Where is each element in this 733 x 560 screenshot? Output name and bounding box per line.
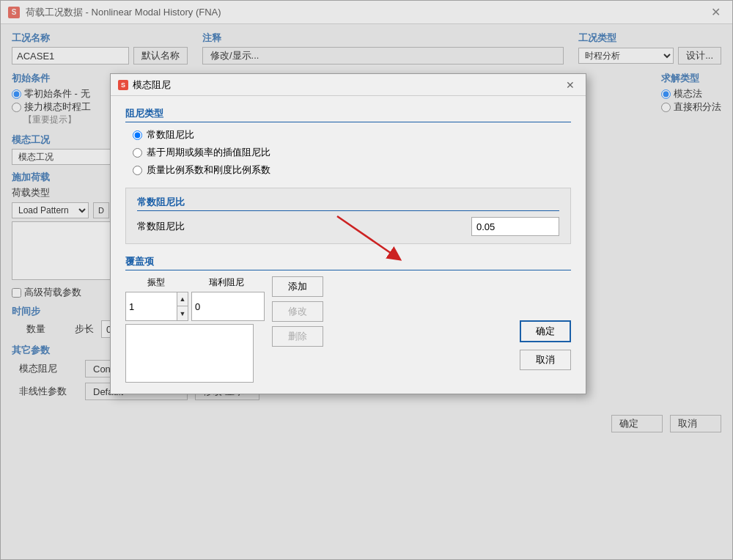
damping-type-radio-group: 常数阻尼比 基于周期或频率的插值阻尼比 质量比例系数和刚度比例系数: [125, 128, 571, 177]
modal-ok-btn[interactable]: 确定: [520, 320, 571, 342]
overlay-headers: 振型 瑞利阻尼: [125, 276, 265, 289]
modal-body: 阻尼类型 常数阻尼比 基于周期或频率的插值阻尼比 质量比例系数和刚度比例系数 常…: [111, 96, 586, 394]
overlay-list[interactable]: [125, 324, 254, 383]
const-damping-title: 常数阻尼比: [137, 196, 559, 211]
modal-app-icon: S: [118, 80, 128, 90]
radio3-label: 质量比例系数和刚度比例系数: [147, 163, 270, 177]
modal-title-left: S 模态阻尼: [118, 78, 171, 92]
radio3[interactable]: [133, 166, 142, 175]
overlay-buttons: 添加 修改 删除: [272, 276, 323, 347]
spinner-wrap: ▲ ▼: [125, 292, 188, 321]
radio1-label: 常数阻尼比: [147, 128, 194, 141]
spinner-arrows: ▲ ▼: [177, 292, 188, 321]
modify-btn[interactable]: 修改: [272, 301, 323, 322]
delete-btn[interactable]: 删除: [272, 326, 323, 347]
modal-action-btns: 确定 取消: [520, 276, 571, 370]
modal-close-btn[interactable]: ✕: [562, 78, 578, 92]
modal-dialog: S 模态阻尼 ✕ 阻尼类型 常数阻尼比 基于周期或频率的插值阻尼比 质量比例系数…: [110, 73, 586, 394]
radio2[interactable]: [133, 148, 142, 158]
overlay-inputs-row: ▲ ▼: [125, 292, 265, 321]
spinner-down[interactable]: ▼: [177, 306, 188, 320]
damping-type-title: 阻尼类型: [125, 107, 571, 122]
overlay-section-title: 覆盖项: [125, 255, 571, 270]
spinner-up[interactable]: ▲: [177, 292, 188, 306]
add-btn[interactable]: 添加: [272, 276, 323, 297]
const-damping-section: 常数阻尼比 常数阻尼比: [125, 188, 571, 244]
modal-title-bar: S 模态阻尼 ✕: [111, 74, 586, 96]
modal-cancel-btn[interactable]: 取消: [520, 350, 571, 370]
rayleigh-input[interactable]: [191, 292, 265, 321]
radio3-item: 质量比例系数和刚度比例系数: [133, 163, 571, 177]
const-damping-input[interactable]: [471, 217, 559, 236]
spinner-input[interactable]: [125, 292, 177, 321]
modal-title: 模态阻尼: [133, 78, 171, 92]
const-damping-label: 常数阻尼比: [137, 220, 185, 233]
rayleigh-header: 瑞利阻尼: [190, 276, 263, 289]
vibration-mode-header: 振型: [125, 276, 187, 289]
const-damping-row: 常数阻尼比: [137, 217, 559, 236]
overlay-grid: 振型 瑞利阻尼 ▲ ▼ 添加 修改: [125, 276, 571, 383]
radio2-label: 基于周期或频率的插值阻尼比: [147, 146, 270, 159]
radio2-item: 基于周期或频率的插值阻尼比: [133, 146, 571, 159]
radio1[interactable]: [133, 130, 142, 140]
overlay-table-section: 振型 瑞利阻尼 ▲ ▼: [125, 276, 265, 383]
radio1-item: 常数阻尼比: [133, 128, 571, 141]
